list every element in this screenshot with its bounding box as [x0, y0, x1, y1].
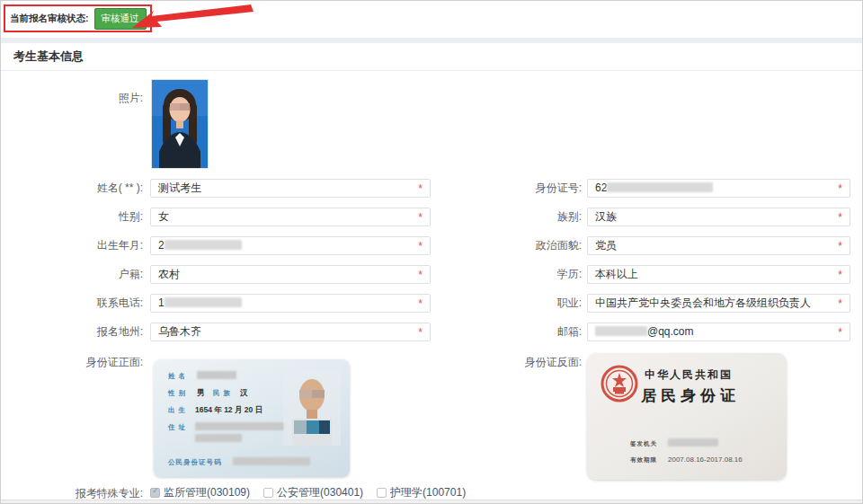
idf-address-label: 住 址: [168, 423, 186, 432]
bottom-edge: [1, 500, 862, 504]
checkbox-public-security[interactable]: [263, 488, 273, 498]
idb-country: 中华人民共和国: [645, 367, 733, 383]
occupation-label: 职业:: [432, 294, 582, 313]
required-mark: *: [838, 209, 842, 226]
idf-name-mask: [197, 371, 236, 379]
required-mark: *: [418, 209, 423, 226]
idf-ethnic-value: 汉: [240, 388, 248, 399]
phone-value: 1: [158, 296, 165, 309]
candidate-photo: [152, 80, 208, 168]
idf-id-number-mask: [233, 457, 310, 465]
political-status-label: 政治面貌:: [432, 236, 582, 255]
id-front-label: 身份证正面:: [1, 353, 143, 372]
option-label: 护理学(100701): [390, 485, 466, 500]
idf-gender-label: 性 别: [168, 389, 186, 398]
ethnicity-input[interactable]: 汉族 *: [587, 208, 850, 226]
birth-date-mask: [165, 240, 242, 250]
gender-value: 女: [158, 210, 169, 223]
gender-label: 性别:: [1, 208, 143, 226]
idb-validity-value: 2007.08.16-2017.08.16: [668, 455, 743, 464]
political-status-value: 党员: [595, 239, 617, 252]
email-label: 邮箱:: [432, 323, 582, 341]
id-card-front-image: 姓 名 性 别 男 民 族 汉 出 生 1654 年 12 月 20 日 住 址…: [154, 359, 350, 477]
email-domain: @qq.com: [647, 325, 694, 338]
required-mark: *: [418, 238, 423, 255]
id-number-value: 62: [595, 181, 607, 194]
birth-date-input[interactable]: 2 *: [150, 236, 431, 255]
idb-issue-label: 签发机关: [630, 440, 657, 448]
id-number-label: 身份证号:: [432, 179, 582, 198]
idb-validity-label: 有效期限: [630, 456, 657, 464]
phone-input[interactable]: 1 *: [150, 294, 431, 313]
required-mark: *: [838, 181, 842, 198]
status-label: 当前报名审核状态:: [10, 13, 89, 25]
required-mark: *: [418, 324, 423, 341]
political-status-input[interactable]: 党员 *: [587, 236, 850, 255]
occupation-input[interactable]: 中国共产党中央委员会和地方各级组织负责人 *: [587, 294, 850, 313]
city-label: 报名地州:: [1, 323, 143, 341]
required-mark: *: [838, 324, 842, 341]
phone-mask: [165, 297, 242, 307]
ethnicity-value: 汉族: [595, 210, 617, 223]
city-input[interactable]: 乌鲁木齐 *: [150, 323, 431, 341]
id-number-input[interactable]: 62 *: [587, 179, 850, 198]
option-label: 监所管理(030109): [164, 485, 250, 500]
red-arrow-annotation-icon: [129, 3, 255, 37]
name-value: 测试考生: [158, 181, 201, 194]
idf-portrait: [283, 370, 341, 446]
special-majors-options: 监所管理(030109) 公安管理(030401) 护理学(100701): [150, 485, 466, 500]
email-input[interactable]: @qq.com *: [587, 323, 850, 341]
idb-card-title: 居民身份证: [641, 385, 740, 406]
status-bar: 当前报名审核状态: 审核通过: [1, 1, 862, 38]
required-mark: *: [418, 267, 423, 284]
option-nursing[interactable]: 护理学(100701): [377, 485, 466, 500]
household-label: 户籍:: [1, 265, 143, 284]
education-value: 本科以上: [595, 268, 638, 280]
option-prison-management[interactable]: 监所管理(030109): [150, 485, 250, 500]
national-emblem-icon: [600, 364, 639, 403]
name-label: 姓名( ** ):: [1, 179, 143, 198]
household-value: 农村: [158, 268, 180, 280]
section-divider: [1, 38, 862, 43]
idf-address-mask: [195, 422, 285, 430]
idf-address-mask-2: [195, 434, 242, 442]
idf-id-number-label: 公民身份证号码: [168, 458, 222, 467]
education-input[interactable]: 本科以上 *: [587, 265, 850, 284]
required-mark: *: [418, 296, 423, 313]
page-title: 考生基本信息: [13, 49, 84, 65]
ethnicity-label: 族别:: [432, 208, 582, 226]
email-mask: [595, 326, 647, 336]
checkbox-nursing[interactable]: [377, 488, 387, 498]
idb-issue-mask: [668, 438, 718, 447]
idf-gender-value: 男: [197, 388, 205, 399]
required-mark: *: [838, 267, 842, 284]
gender-input[interactable]: 女 *: [150, 208, 431, 226]
birth-date-value: 2: [158, 239, 165, 252]
idf-ethnic-label: 民 族: [213, 389, 231, 398]
id-number-mask: [607, 182, 713, 192]
idf-birth-value: 1654 年 12 月 20 日: [195, 405, 262, 416]
city-value: 乌鲁木齐: [158, 325, 201, 338]
idf-name-label: 姓 名: [168, 372, 186, 381]
birth-date-label: 出生年月:: [1, 236, 143, 255]
household-input[interactable]: 农村 *: [150, 265, 431, 284]
photo-label: 照片:: [1, 89, 143, 108]
header-rule: [1, 70, 862, 71]
required-mark: *: [418, 181, 423, 198]
name-input[interactable]: 测试考生 *: [150, 179, 431, 198]
option-label: 公安管理(030401): [277, 485, 363, 500]
checkbox-prison-management[interactable]: [150, 488, 160, 498]
required-mark: *: [838, 238, 842, 255]
id-back-label: 身份证反面:: [432, 353, 582, 372]
registration-review-page: 当前报名审核状态: 审核通过 考生基本信息 照片: 姓名( ** ): 测试考生…: [0, 0, 863, 504]
phone-label: 联系电话:: [1, 294, 143, 313]
id-card-back-image: 中华人民共和国 居民身份证 签发机关 有效期限 2007.08.16-2017.…: [587, 353, 787, 480]
required-mark: *: [838, 296, 842, 313]
occupation-value: 中国共产党中央委员会和地方各级组织负责人: [595, 296, 811, 309]
idf-birth-label: 出 生: [168, 406, 186, 415]
education-label: 学历:: [432, 265, 582, 284]
option-public-security[interactable]: 公安管理(030401): [263, 485, 363, 500]
